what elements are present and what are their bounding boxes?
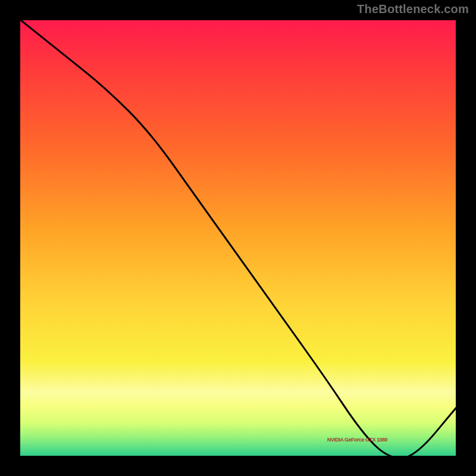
gpu-annotation: NVIDIA GeForce GTX 1080: [327, 437, 387, 443]
chart-frame: TheBottleneck.com NVIDIA GeForce GTX 108…: [0, 0, 476, 476]
watermark-text: TheBottleneck.com: [357, 2, 469, 16]
bottleneck-curve: [18, 18, 458, 458]
